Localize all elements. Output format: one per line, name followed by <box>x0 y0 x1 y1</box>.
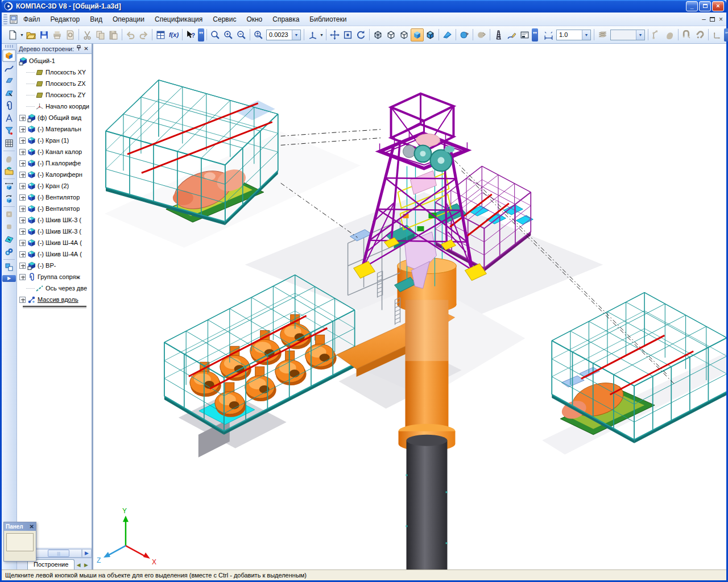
tree-item-array-along[interactable]: Массив вдоль <box>17 294 92 305</box>
tree-item-material[interactable]: (-) Материальн <box>17 123 92 135</box>
scale-combo-arrow[interactable]: ▼ <box>292 30 300 40</box>
tree-item-sheave-sh4a-1[interactable]: (-) Шкив Ш-4А ( <box>17 237 92 248</box>
title-bar[interactable]: КОМПАС-3D V8 - [Общий-1.a3d] _ × <box>2 0 726 13</box>
dimensions-display-button[interactable] <box>542 28 555 41</box>
new-document-button[interactable] <box>6 28 19 41</box>
tree-close-icon[interactable]: ✕ <box>82 45 90 52</box>
expand-icon[interactable] <box>19 126 26 132</box>
menu-specification[interactable]: Спецификация <box>150 14 208 25</box>
expand-icon[interactable] <box>19 160 26 167</box>
toolbar-overflow-2[interactable]: ▾▾ <box>532 28 538 41</box>
mates-icon[interactable] <box>2 99 16 112</box>
expand-icon[interactable] <box>19 251 26 257</box>
tree-item-root[interactable]: Общий-1 <box>17 55 92 66</box>
depth-value[interactable]: 1.0 <box>557 31 582 38</box>
tree-item-axis[interactable]: Ось через две <box>17 282 92 294</box>
tree-item-fan-1[interactable]: (-) Вентилятор <box>17 192 92 203</box>
new-document-dropdown[interactable]: ▼ <box>19 29 24 41</box>
tree-item-mates-group[interactable]: Группа сопряж <box>17 271 92 282</box>
expand-icon[interactable] <box>19 274 26 280</box>
hide-in-components-button[interactable] <box>475 28 488 41</box>
zoom-in-button[interactable] <box>222 28 235 41</box>
child-restore-button[interactable] <box>710 17 715 22</box>
rotate-view-button[interactable] <box>354 28 367 41</box>
tree-item-plane-zx[interactable]: Плоскость ZX <box>17 78 92 89</box>
redo-button[interactable] <box>137 28 150 41</box>
hscroll-track[interactable] <box>33 549 82 558</box>
array-components-icon[interactable] <box>2 261 16 273</box>
restore-button[interactable] <box>699 1 711 11</box>
measure-icon[interactable] <box>2 112 16 124</box>
mini-panel-close-icon[interactable]: ✕ <box>30 523 34 530</box>
perspective-button[interactable] <box>441 28 454 41</box>
display-wireframe-button[interactable] <box>371 28 384 41</box>
display-shaded-button[interactable] <box>411 28 424 41</box>
layers-button[interactable] <box>596 28 609 41</box>
zoom-window-button[interactable] <box>209 28 222 41</box>
zoom-by-scale-button[interactable] <box>252 28 265 41</box>
tree-item-plane-zy[interactable]: Плоскость ZY <box>17 89 92 101</box>
expand-icon[interactable] <box>19 183 26 189</box>
tree-item-crane-1[interactable]: (-) Кран (1) <box>17 135 92 146</box>
variables-window-button[interactable] <box>154 28 167 41</box>
display-hidden-thin-button[interactable] <box>398 28 411 41</box>
menu-help[interactable]: Справка <box>267 14 304 25</box>
copy-button[interactable] <box>94 28 107 41</box>
snap-2-button[interactable] <box>693 28 706 41</box>
tree-item-origin[interactable]: Начало коорди <box>17 101 92 112</box>
context-help-button[interactable]: ? <box>184 28 197 41</box>
display-shaded-edges-button[interactable] <box>424 28 437 41</box>
pin-icon[interactable] <box>75 45 82 52</box>
scale-combo[interactable]: 0.0023▼ <box>266 30 301 40</box>
tree-item-sheave-sh4a-2[interactable]: (-) Шкив Ш-4А ( <box>17 248 92 260</box>
depth-combo-arrow[interactable]: ▼ <box>582 30 590 40</box>
viewport-3d-scene[interactable]: Y X Z <box>93 44 726 569</box>
tree-item-crane-2[interactable]: (-) Кран (2) <box>17 180 92 192</box>
move-component-icon[interactable] <box>2 180 16 193</box>
tree-item-plane-xy[interactable]: Плоскость XY <box>17 66 92 78</box>
expand-icon[interactable] <box>19 228 26 235</box>
close-button[interactable]: × <box>712 1 724 11</box>
properties-mini-panel[interactable]: Панел ✕ <box>3 522 36 562</box>
expand-icon[interactable] <box>19 194 26 201</box>
save-button[interactable] <box>38 28 51 41</box>
expand-icon[interactable] <box>19 206 26 212</box>
menu-service[interactable]: Сервис <box>208 14 241 25</box>
expand-icon[interactable] <box>19 240 26 246</box>
parameters-table-icon[interactable] <box>2 137 16 149</box>
edit-model-icon[interactable] <box>2 49 16 62</box>
orientation-dropdown[interactable]: ▼ <box>319 29 324 41</box>
tree-item-vr[interactable]: (-) ВР- <box>17 260 92 271</box>
surface-icon[interactable] <box>2 87 16 99</box>
expand-icon[interactable] <box>19 115 26 121</box>
hscroll-right-arrow[interactable]: ▶ <box>82 549 92 558</box>
rotate-component-icon[interactable] <box>2 193 16 205</box>
scale-value[interactable]: 0.0023 <box>267 31 292 38</box>
solid-tool-button[interactable] <box>663 28 676 41</box>
orientation-button[interactable] <box>306 28 319 41</box>
cut-button[interactable] <box>81 28 94 41</box>
check-collisions-icon[interactable] <box>2 246 16 258</box>
hscroll-thumb[interactable] <box>48 550 69 557</box>
compact-panel-extender[interactable]: ▶ <box>2 275 16 282</box>
expand-icon[interactable] <box>19 149 26 155</box>
fit-all-button[interactable] <box>341 28 354 41</box>
mini-panel-titlebar[interactable]: Панел ✕ <box>4 522 36 531</box>
menubar-grip[interactable] <box>3 14 7 24</box>
compact-panel-grip[interactable] <box>5 45 13 48</box>
menu-file[interactable]: Файл <box>18 14 46 25</box>
simplified-display-button[interactable] <box>458 28 471 41</box>
minimize-button[interactable]: _ <box>686 1 698 11</box>
spline-icon[interactable] <box>2 62 16 74</box>
display-hidden-removed-button[interactable] <box>384 28 398 41</box>
toolbar-overflow-3[interactable]: »▾ <box>724 28 728 41</box>
tree-item-fan-2[interactable]: (-) Вентилятор <box>17 203 92 214</box>
print-button[interactable] <box>51 28 64 41</box>
menu-view[interactable]: Вид <box>85 14 107 25</box>
paste-button[interactable] <box>107 28 120 41</box>
add-component-icon[interactable] <box>2 165 16 177</box>
child-minimize-button[interactable]: – <box>702 16 706 23</box>
toolbar-overflow-1[interactable]: ▾▾ <box>198 28 204 41</box>
check-surface-icon[interactable] <box>2 233 16 246</box>
tree-item-heater-p[interactable]: (-) П.калорифе <box>17 157 92 169</box>
